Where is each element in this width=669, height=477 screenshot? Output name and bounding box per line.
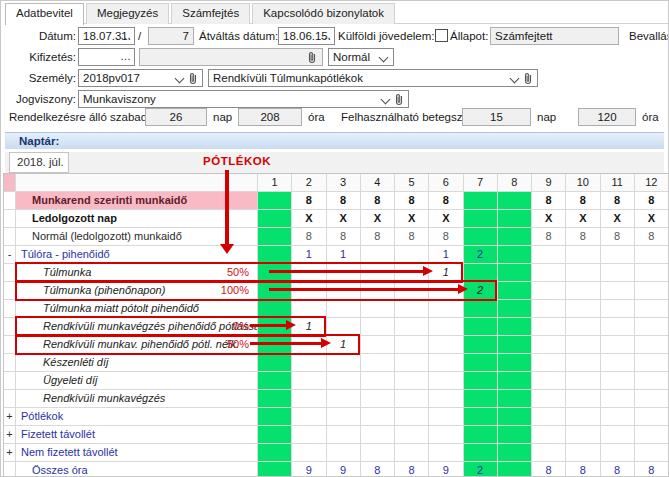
day-cell[interactable] — [464, 390, 498, 408]
kifizetes-field[interactable]: … — [78, 48, 135, 66]
day-cell[interactable] — [464, 318, 498, 336]
day-cell[interactable] — [635, 318, 669, 336]
day-cell[interactable] — [498, 192, 532, 210]
day-cell[interactable] — [327, 426, 361, 444]
day-cell[interactable]: 8 — [395, 462, 429, 477]
day-cell[interactable] — [292, 426, 326, 444]
day-cell[interactable] — [566, 372, 600, 390]
day-cell[interactable] — [635, 426, 669, 444]
day-cell[interactable] — [601, 390, 635, 408]
ellipsis-icon[interactable]: … — [120, 48, 131, 64]
day-cell[interactable] — [532, 318, 566, 336]
day-cell[interactable]: 8 — [566, 462, 600, 477]
day-cell[interactable]: 8 — [292, 228, 326, 246]
day-cell[interactable] — [498, 246, 532, 264]
day-cell[interactable] — [635, 300, 669, 318]
tab-adatbevitel[interactable]: Adatbevitel — [5, 3, 84, 25]
day-cell[interactable] — [395, 390, 429, 408]
day-cell[interactable] — [498, 264, 532, 282]
day-cell[interactable]: 9 — [327, 462, 361, 477]
day-cell[interactable] — [361, 336, 395, 354]
day-cell[interactable] — [635, 282, 669, 300]
day-cell[interactable] — [464, 444, 498, 462]
day-cell[interactable] — [601, 408, 635, 426]
day-cell[interactable] — [532, 300, 566, 318]
day-cell[interactable] — [635, 390, 669, 408]
day-cell[interactable] — [566, 264, 600, 282]
day-cell[interactable] — [258, 426, 292, 444]
day-cell[interactable] — [635, 444, 669, 462]
day-cell[interactable]: X — [361, 210, 395, 228]
day-cell[interactable]: 8 — [327, 228, 361, 246]
day-cell[interactable] — [566, 444, 600, 462]
day-cell[interactable]: 8 — [635, 228, 669, 246]
tab-szamfejtes[interactable]: Számfejtés — [171, 3, 250, 24]
row-expander[interactable]: + — [4, 426, 16, 444]
day-cell[interactable] — [464, 300, 498, 318]
day-cell[interactable] — [601, 336, 635, 354]
day-cell[interactable] — [395, 426, 429, 444]
day-cell[interactable] — [292, 390, 326, 408]
day-cell[interactable] — [429, 318, 463, 336]
day-cell[interactable] — [395, 336, 429, 354]
paperclip-icon[interactable] — [394, 93, 404, 106]
day-cell[interactable]: X — [635, 210, 669, 228]
day-cell[interactable] — [464, 408, 498, 426]
paperclip-icon[interactable] — [188, 72, 198, 85]
day-cell[interactable] — [532, 372, 566, 390]
day-cell[interactable]: 8 — [635, 462, 669, 477]
atvaltas-field[interactable]: 18.06.15. … — [278, 27, 335, 45]
day-cell[interactable] — [566, 282, 600, 300]
day-cell[interactable] — [292, 372, 326, 390]
day-cell[interactable] — [361, 426, 395, 444]
day-cell[interactable] — [532, 246, 566, 264]
kulfoldi-checkbox[interactable] — [435, 29, 448, 42]
day-cell[interactable]: 8 — [429, 228, 463, 246]
tab-megjegyzes[interactable]: Megjegyzés — [86, 3, 169, 24]
day-cell[interactable]: 8 — [532, 462, 566, 477]
day-cell[interactable] — [361, 354, 395, 372]
day-cell[interactable] — [429, 390, 463, 408]
day-cell[interactable] — [258, 210, 292, 228]
day-cell[interactable] — [464, 354, 498, 372]
day-cell[interactable] — [601, 282, 635, 300]
day-cell[interactable] — [498, 390, 532, 408]
day-cell[interactable] — [258, 192, 292, 210]
day-cell[interactable] — [566, 246, 600, 264]
day-cell[interactable]: 2 — [464, 246, 498, 264]
month-tab-2018-jul[interactable]: 2018. júl. — [9, 152, 69, 173]
szemely-combobox[interactable]: 2018pv017 — [78, 69, 203, 87]
day-cell[interactable] — [498, 210, 532, 228]
day-cell[interactable]: X — [532, 210, 566, 228]
day-cell[interactable] — [258, 228, 292, 246]
day-cell[interactable] — [566, 354, 600, 372]
day-cell[interactable] — [601, 264, 635, 282]
day-cell[interactable] — [464, 372, 498, 390]
day-cell[interactable] — [361, 390, 395, 408]
day-cell[interactable]: 9 — [292, 462, 326, 477]
day-cell[interactable] — [258, 444, 292, 462]
day-cell[interactable] — [258, 354, 292, 372]
day-cell[interactable]: 8 — [292, 192, 326, 210]
day-cell[interactable]: X — [292, 210, 326, 228]
day-cell[interactable]: 8 — [532, 192, 566, 210]
day-cell[interactable] — [429, 354, 463, 372]
mod-combobox[interactable]: Normál — [328, 48, 394, 66]
day-cell[interactable] — [429, 408, 463, 426]
jogcim-combobox[interactable]: Rendkívüli Túlmunkapótlékok — [208, 69, 538, 87]
day-cell[interactable] — [498, 282, 532, 300]
day-cell[interactable] — [566, 336, 600, 354]
paperclip-icon[interactable] — [523, 72, 533, 85]
day-cell[interactable] — [498, 462, 532, 477]
day-cell[interactable]: X — [327, 210, 361, 228]
day-cell[interactable] — [532, 426, 566, 444]
day-cell[interactable] — [395, 372, 429, 390]
row-expander[interactable]: + — [4, 444, 16, 462]
day-cell[interactable] — [464, 426, 498, 444]
dropdown-arrow-icon[interactable] — [175, 74, 185, 84]
day-cell[interactable]: 8 — [532, 228, 566, 246]
day-cell[interactable] — [361, 300, 395, 318]
dropdown-arrow-icon[interactable] — [381, 95, 391, 105]
day-cell[interactable]: 8 — [361, 462, 395, 477]
day-cell[interactable] — [498, 336, 532, 354]
